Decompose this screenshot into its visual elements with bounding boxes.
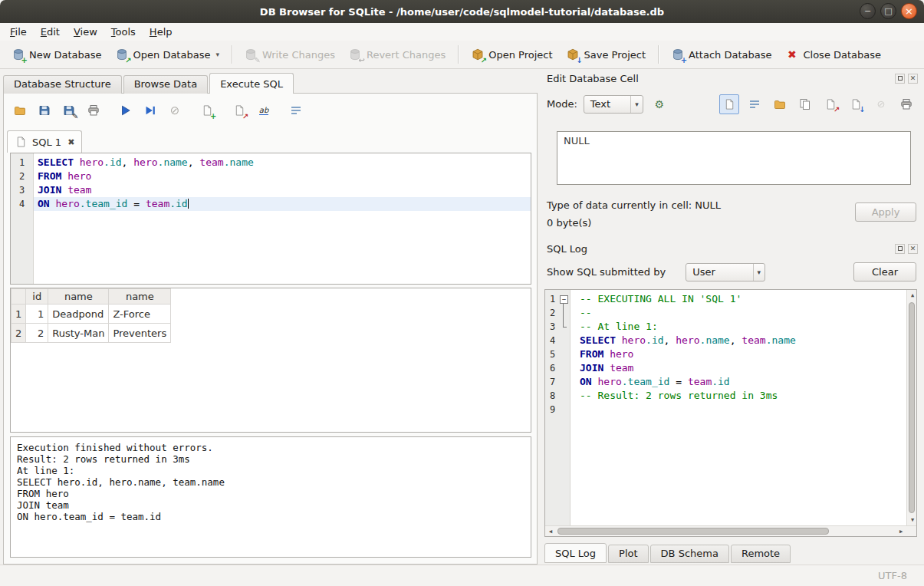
tab-database-structure[interactable]: Database Structure	[3, 75, 122, 94]
cell-mode-row: Mode: Text ▾ ⚙ ↗↓⊘	[547, 94, 916, 114]
import-button[interactable]: ↓	[846, 94, 866, 114]
menu-tools[interactable]: Tools	[104, 24, 143, 40]
execute-line-button[interactable]	[141, 101, 159, 120]
print-button[interactable]	[84, 101, 103, 120]
sql-editor[interactable]: 1234 SELECT hero.id, hero.name, team.nam…	[10, 153, 531, 285]
export-button[interactable]: ↗	[820, 94, 840, 114]
close-database-button[interactable]: ✖Close Database	[778, 44, 888, 65]
message-line: At line 1:	[17, 465, 524, 476]
open-file-button[interactable]	[770, 94, 790, 114]
import-icon: ↓	[850, 97, 863, 110]
panel-close-icon[interactable]: ✕	[908, 74, 918, 84]
code-line[interactable]: --	[571, 306, 906, 320]
cell[interactable]: Deadpond	[48, 305, 109, 324]
code-line[interactable]: -- At line 1:	[571, 320, 906, 334]
code-line[interactable]: JOIN team	[34, 183, 531, 197]
tab-db-schema[interactable]: DB Schema	[650, 545, 729, 563]
row-header[interactable]: 2	[12, 324, 26, 343]
row-header[interactable]: 1	[12, 305, 26, 324]
menu-view[interactable]: View	[67, 24, 104, 40]
export-icon: ↗	[233, 104, 246, 117]
column-header[interactable]: name	[48, 289, 109, 305]
scroll-left-icon[interactable]: ◀	[545, 526, 556, 537]
tab-execute-sql[interactable]: Execute SQL	[209, 73, 294, 94]
open-project-button[interactable]: ↗Open Project	[464, 44, 559, 65]
code-line[interactable]: JOIN team	[571, 361, 906, 375]
scrollbar-thumb[interactable]	[557, 528, 829, 535]
cell[interactable]: Preventers	[109, 324, 171, 343]
log-filter-select[interactable]: User ▾	[686, 263, 765, 281]
tab-remote[interactable]: Remote	[731, 545, 791, 563]
titlebar[interactable]: DB Browser for SQLite - /home/user/code/…	[0, 0, 924, 23]
scroll-up-icon[interactable]: ▲	[907, 290, 916, 301]
save-sql-file-button[interactable]	[35, 101, 54, 120]
cell[interactable]: Rusty-Man	[48, 324, 109, 343]
sql-tab[interactable]: SQL 1 ✖	[7, 130, 82, 153]
copy-button[interactable]	[795, 94, 815, 114]
cell[interactable]: Z-Force	[109, 305, 171, 324]
column-header[interactable]: name	[109, 289, 171, 305]
line-number: 7	[545, 375, 559, 389]
tab-browse-data[interactable]: Browse Data	[123, 75, 209, 94]
code-line[interactable]: SELECT hero.id, hero.name, team.name	[34, 156, 531, 170]
line-number: 3	[11, 183, 33, 197]
horizontal-scrollbar[interactable]: ◀ ▶	[545, 525, 916, 536]
scroll-down-icon[interactable]: ▼	[907, 515, 916, 525]
log-code-area[interactable]: -- EXECUTING ALL IN 'SQL 1'---- At line …	[571, 290, 906, 525]
tab-close-icon[interactable]: ✖	[67, 137, 74, 147]
vertical-scrollbar[interactable]: ▲ ▼	[906, 290, 916, 525]
cell-editor[interactable]: NULL	[557, 131, 911, 185]
code-line[interactable]: SELECT hero.id, hero.name, team.name	[571, 334, 906, 347]
open-database-button[interactable]: ↗Open Database▾	[109, 44, 226, 65]
cell[interactable]: 1	[26, 305, 48, 324]
editor-code-area[interactable]: SELECT hero.id, hero.name, team.nameFROM…	[34, 153, 531, 284]
results-corner[interactable]	[12, 289, 26, 305]
code-line[interactable]	[571, 403, 906, 416]
text-document-button[interactable]	[719, 94, 739, 114]
code-line[interactable]: ON hero.team_id = team.id	[34, 197, 531, 211]
code-line[interactable]: ON hero.team_id = team.id	[571, 375, 906, 389]
open-tab-button[interactable]: +	[198, 101, 216, 120]
copy-icon	[799, 97, 812, 110]
word-wrap-button[interactable]	[745, 94, 765, 114]
find-replace-button[interactable]: ab	[255, 101, 273, 120]
panel-close-icon[interactable]: ✕	[908, 244, 918, 254]
export-button[interactable]: ↗	[230, 101, 248, 120]
attach-database-button[interactable]: +Attach Database	[664, 44, 778, 65]
menu-file[interactable]: File	[3, 24, 34, 40]
close-button[interactable]: ×	[901, 3, 917, 19]
find-replace-icon: ab	[258, 104, 271, 117]
tab-sql-log[interactable]: SQL Log	[544, 543, 607, 563]
minimize-button[interactable]: −	[860, 3, 876, 19]
column-header[interactable]: id	[26, 289, 48, 305]
cell[interactable]: 2	[26, 324, 48, 343]
code-line[interactable]: -- EXECUTING ALL IN 'SQL 1'	[571, 292, 906, 306]
tab-plot[interactable]: Plot	[608, 545, 649, 563]
mode-label: Mode:	[547, 98, 577, 110]
code-line[interactable]: FROM hero	[571, 347, 906, 361]
open-sql-file-button[interactable]	[11, 101, 29, 120]
clear-button[interactable]: Clear	[853, 262, 916, 281]
save-as-button[interactable]: ✎	[60, 101, 78, 120]
new-database-button[interactable]: +New Database	[5, 44, 109, 65]
apply-button[interactable]: Apply	[855, 202, 916, 222]
menu-edit[interactable]: Edit	[34, 24, 67, 40]
float-icon[interactable]	[895, 74, 905, 84]
float-icon[interactable]	[895, 244, 905, 254]
fold-marker[interactable]	[559, 292, 569, 306]
apply-format-button[interactable]: ⚙	[649, 94, 669, 114]
code-line[interactable]: FROM hero	[34, 170, 531, 183]
save-project-button[interactable]: ↓Save Project	[560, 44, 653, 65]
maximize-icon: □	[884, 7, 892, 15]
print-button[interactable]	[896, 94, 916, 114]
menu-help[interactable]: Help	[143, 24, 179, 40]
word-wrap-button[interactable]	[287, 101, 305, 120]
toolbar-separator	[232, 45, 232, 64]
mode-select[interactable]: Text ▾	[584, 95, 643, 114]
scrollbar-thumb[interactable]	[909, 302, 915, 513]
edit-cell-title: Edit Database Cell	[547, 73, 639, 84]
execute-all-button[interactable]	[117, 101, 135, 120]
code-line[interactable]: -- Result: 2 rows returned in 3ms	[571, 389, 906, 403]
scroll-right-icon[interactable]: ▶	[896, 526, 906, 537]
maximize-button[interactable]: □	[880, 3, 896, 19]
